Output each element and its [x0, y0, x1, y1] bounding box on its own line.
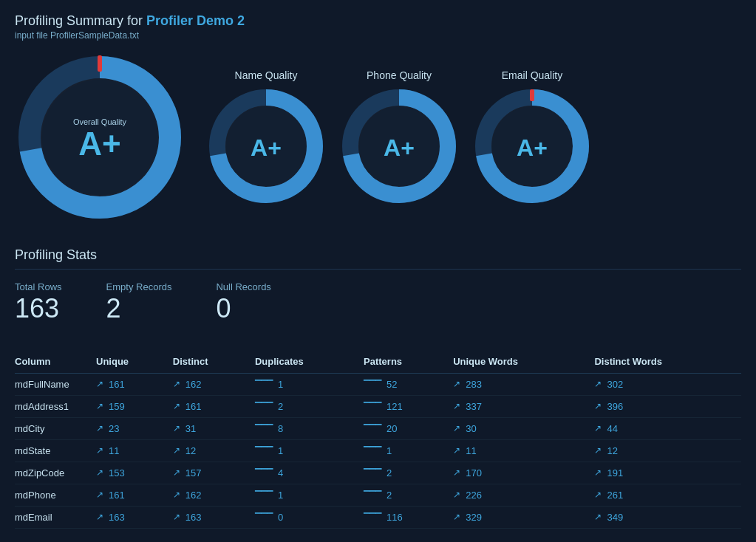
cell-distinct-words[interactable]: ↗ 191	[594, 462, 741, 484]
bar-chart-icon: ▔▔▔	[364, 490, 381, 500]
link-icon: ↗	[453, 423, 460, 433]
table-row: mdState ↗ 11 ↗ 12 ▔▔▔ 1 ▔▔▔ 1	[15, 439, 741, 462]
cell-patterns[interactable]: ▔▔▔ 20	[364, 417, 453, 439]
phone-quality-gauge: Phone Quality A+	[340, 69, 458, 208]
cell-patterns[interactable]: ▔▔▔ 1	[364, 439, 453, 462]
stats-row: Total Rows 163 Empty Records 2 Null Reco…	[15, 281, 741, 323]
cell-unique[interactable]: ↗ 23	[96, 417, 173, 439]
data-table-wrap: Column Unique Distinct Duplicates Patter…	[0, 350, 756, 529]
cell-duplicates[interactable]: ▔▔▔ 8	[255, 417, 364, 439]
email-quality-label: Email Quality	[502, 69, 562, 81]
name-quality-label: Name Quality	[235, 69, 298, 81]
cell-unique-words[interactable]: ↗ 30	[453, 417, 594, 439]
cell-unique[interactable]: ↗ 163	[96, 506, 173, 528]
table-row: mdPhone ↗ 161 ↗ 162 ▔▔▔ 1 ▔▔▔ 2	[15, 484, 741, 506]
link-icon: ↗	[173, 445, 180, 456]
cell-distinct-words[interactable]: ↗ 396	[594, 395, 741, 417]
stats-section: Profiling Stats Total Rows 163 Empty Rec…	[0, 240, 756, 350]
cell-unique-words[interactable]: ↗ 170	[453, 462, 594, 484]
null-records-value: 0	[216, 294, 270, 323]
cell-unique-words[interactable]: ↗ 283	[453, 373, 594, 395]
name-gauge-svg-wrap: A+	[207, 87, 325, 208]
cell-patterns[interactable]: ▔▔▔ 2	[364, 462, 453, 484]
cell-patterns[interactable]: ▔▔▔ 52	[364, 373, 453, 395]
bar-chart-icon: ▔▔▔	[255, 512, 273, 522]
cell-distinct[interactable]: ↗ 162	[173, 373, 255, 395]
page-subtitle: input file ProfilerSampleData.txt	[15, 30, 741, 41]
page-title: Profiling Summary for Profiler Demo 2	[15, 13, 741, 29]
gauges-section: Overall Quality A+ Name Quality A+ Phone…	[0, 45, 756, 240]
link-icon: ↗	[594, 423, 602, 433]
bar-chart-icon: ▔▔▔	[364, 468, 381, 478]
svg-point-13	[492, 106, 572, 186]
total-rows-value: 163	[15, 294, 62, 323]
cell-distinct-words[interactable]: ↗ 44	[594, 417, 741, 439]
cell-distinct[interactable]: ↗ 161	[173, 395, 255, 417]
cell-distinct[interactable]: ↗ 157	[173, 462, 255, 484]
col-header-unique: Unique	[96, 350, 173, 374]
cell-patterns[interactable]: ▔▔▔ 121	[364, 395, 453, 417]
col-header-duplicates: Duplicates	[255, 350, 364, 374]
bar-chart-icon: ▔▔▔	[364, 380, 381, 389]
cell-distinct-words[interactable]: ↗ 302	[594, 373, 741, 395]
cell-unique-words[interactable]: ↗ 11	[453, 439, 594, 462]
cell-unique-words[interactable]: ↗ 329	[453, 506, 594, 528]
cell-distinct-words[interactable]: ↗ 12	[594, 439, 741, 462]
cell-duplicates[interactable]: ▔▔▔ 1	[255, 484, 364, 506]
cell-distinct[interactable]: ↗ 163	[173, 506, 255, 528]
cell-distinct[interactable]: ↗ 12	[173, 439, 255, 462]
cell-unique[interactable]: ↗ 11	[96, 439, 173, 462]
phone-gauge-svg-wrap: A+	[340, 87, 458, 208]
cell-duplicates[interactable]: ▔▔▔ 0	[255, 506, 364, 528]
email-quality-gauge: Email Quality A+	[473, 69, 591, 208]
cell-distinct[interactable]: ↗ 31	[173, 417, 255, 439]
cell-duplicates[interactable]: ▔▔▔ 1	[255, 373, 364, 395]
bar-chart-icon: ▔▔▔	[255, 490, 273, 500]
cell-distinct-words[interactable]: ↗ 349	[594, 506, 741, 528]
link-icon: ↗	[453, 379, 460, 389]
cell-duplicates[interactable]: ▔▔▔ 4	[255, 462, 364, 484]
cell-unique-words[interactable]: ↗ 226	[453, 484, 594, 506]
stat-null-records: Null Records 0	[216, 281, 270, 323]
col-header-column: Column	[15, 350, 96, 374]
bar-chart-icon: ▔▔▔	[255, 446, 273, 456]
profiling-table: Column Unique Distinct Duplicates Patter…	[15, 350, 741, 529]
cell-unique-words[interactable]: ↗ 337	[453, 395, 594, 417]
link-icon: ↗	[594, 401, 602, 411]
cell-unique[interactable]: ↗ 159	[96, 395, 173, 417]
link-icon: ↗	[96, 379, 103, 389]
cell-column-name: mdPhone	[15, 484, 96, 506]
cell-patterns[interactable]: ▔▔▔ 116	[364, 506, 453, 528]
empty-records-value: 2	[106, 294, 172, 323]
link-icon: ↗	[173, 379, 180, 389]
bar-chart-icon: ▔▔▔	[364, 446, 381, 456]
table-header-row: Column Unique Distinct Duplicates Patter…	[15, 350, 741, 374]
cell-unique[interactable]: ↗ 153	[96, 462, 173, 484]
bar-chart-icon: ▔▔▔	[364, 402, 381, 411]
col-header-patterns: Patterns	[364, 350, 453, 374]
cell-unique[interactable]: ↗ 161	[96, 373, 173, 395]
bar-chart-icon: ▔▔▔	[255, 402, 273, 411]
bar-chart-icon: ▔▔▔	[255, 468, 273, 478]
cell-duplicates[interactable]: ▔▔▔ 1	[255, 439, 364, 462]
title-highlight: Profiler Demo 2	[146, 13, 245, 28]
link-icon: ↗	[594, 512, 602, 522]
cell-unique[interactable]: ↗ 161	[96, 484, 173, 506]
cell-distinct[interactable]: ↗ 162	[173, 484, 255, 506]
link-icon: ↗	[96, 490, 103, 500]
link-icon: ↗	[96, 467, 103, 478]
cell-distinct-words[interactable]: ↗ 261	[594, 484, 741, 506]
link-icon: ↗	[594, 379, 602, 389]
cell-duplicates[interactable]: ▔▔▔ 2	[255, 395, 364, 417]
empty-records-label: Empty Records	[106, 281, 172, 292]
link-icon: ↗	[453, 401, 460, 411]
total-rows-label: Total Rows	[15, 281, 62, 292]
link-icon: ↗	[173, 490, 180, 500]
svg-rect-12	[530, 89, 534, 101]
link-icon: ↗	[96, 423, 103, 433]
table-row: mdZipCode ↗ 153 ↗ 157 ▔▔▔ 4 ▔▔▔ 2	[15, 462, 741, 484]
cell-patterns[interactable]: ▔▔▔ 2	[364, 484, 453, 506]
link-icon: ↗	[453, 445, 460, 456]
link-icon: ↗	[594, 445, 602, 456]
link-icon: ↗	[594, 490, 602, 500]
